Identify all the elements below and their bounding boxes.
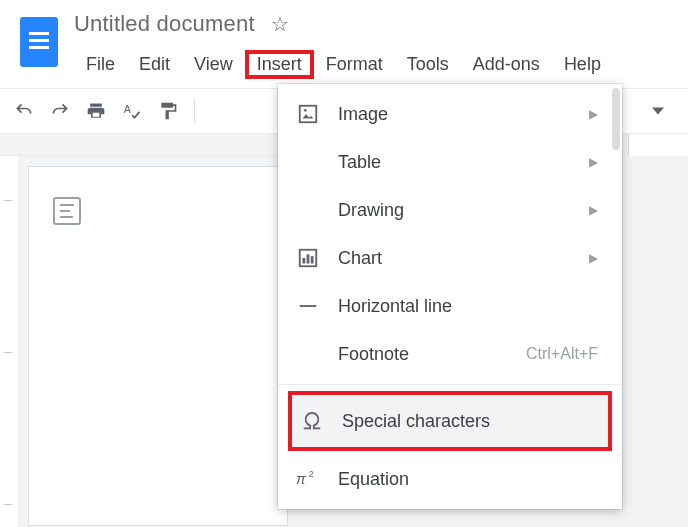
document-title[interactable]: Untitled document: [74, 11, 255, 37]
insert-menu-dropdown: Image ▶ Table ▶ Drawing ▶ Chart ▶ Horizo…: [278, 84, 622, 509]
footnote-icon: [296, 342, 320, 366]
footnote-shortcut: Ctrl+Alt+F: [526, 345, 598, 363]
submenu-arrow-icon: ▶: [589, 107, 598, 121]
undo-button[interactable]: [8, 95, 40, 127]
chart-icon: [296, 246, 320, 270]
horizontal-line-icon: [296, 294, 320, 318]
redo-button[interactable]: [44, 95, 76, 127]
spellcheck-button[interactable]: A: [116, 95, 148, 127]
table-icon: [296, 150, 320, 174]
svg-rect-1: [300, 106, 317, 123]
insert-equation[interactable]: π2 Equation: [278, 455, 622, 503]
docs-logo[interactable]: [14, 12, 64, 72]
print-button[interactable]: [80, 95, 112, 127]
omega-icon: [300, 409, 324, 433]
insert-drawing[interactable]: Drawing ▶: [278, 186, 622, 234]
menu-format[interactable]: Format: [314, 50, 395, 79]
menu-help[interactable]: Help: [552, 50, 613, 79]
special-characters-highlight: Special characters: [288, 391, 612, 451]
toolbar-separator: [194, 99, 195, 123]
vertical-ruler: [0, 156, 18, 527]
svg-rect-4: [303, 258, 306, 264]
menu-tools[interactable]: Tools: [395, 50, 461, 79]
drawing-icon: [296, 198, 320, 222]
svg-point-2: [304, 109, 307, 112]
insert-image-label: Image: [338, 104, 571, 125]
insert-footnote-label: Footnote: [338, 344, 508, 365]
insert-chart-label: Chart: [338, 248, 571, 269]
insert-table-label: Table: [338, 152, 571, 173]
menu-addons[interactable]: Add-ons: [461, 50, 552, 79]
insert-equation-label: Equation: [338, 469, 598, 490]
insert-table[interactable]: Table ▶: [278, 138, 622, 186]
menu-insert[interactable]: Insert: [245, 50, 314, 79]
insert-horizontal-line-label: Horizontal line: [338, 296, 598, 317]
svg-text:A: A: [124, 103, 132, 115]
title-area: Untitled document ☆ File Edit View Inser…: [74, 8, 680, 80]
outline-icon[interactable]: [53, 197, 81, 225]
paint-format-button[interactable]: [152, 95, 184, 127]
svg-rect-5: [307, 254, 310, 263]
svg-text:2: 2: [309, 469, 314, 479]
svg-text:π: π: [296, 471, 306, 487]
submenu-arrow-icon: ▶: [589, 251, 598, 265]
toolbar-more-dropdown[interactable]: [652, 105, 680, 117]
menu-file[interactable]: File: [74, 50, 127, 79]
submenu-arrow-icon: ▶: [589, 203, 598, 217]
star-icon[interactable]: ☆: [271, 12, 289, 36]
insert-image[interactable]: Image ▶: [278, 90, 622, 138]
document-page[interactable]: [28, 166, 288, 526]
insert-special-characters-label: Special characters: [342, 411, 584, 432]
equation-icon: π2: [296, 467, 320, 491]
menubar: File Edit View Insert Format Tools Add-o…: [74, 48, 680, 80]
insert-drawing-label: Drawing: [338, 200, 571, 221]
submenu-arrow-icon: ▶: [589, 155, 598, 169]
menu-edit[interactable]: Edit: [127, 50, 182, 79]
image-icon: [296, 102, 320, 126]
svg-rect-6: [311, 256, 314, 263]
header: Untitled document ☆ File Edit View Inser…: [0, 0, 688, 88]
insert-footnote[interactable]: Footnote Ctrl+Alt+F: [278, 330, 622, 378]
insert-chart[interactable]: Chart ▶: [278, 234, 622, 282]
menu-separator: [278, 384, 622, 385]
menu-view[interactable]: View: [182, 50, 245, 79]
insert-special-characters[interactable]: Special characters: [292, 395, 608, 447]
insert-horizontal-line[interactable]: Horizontal line: [278, 282, 622, 330]
